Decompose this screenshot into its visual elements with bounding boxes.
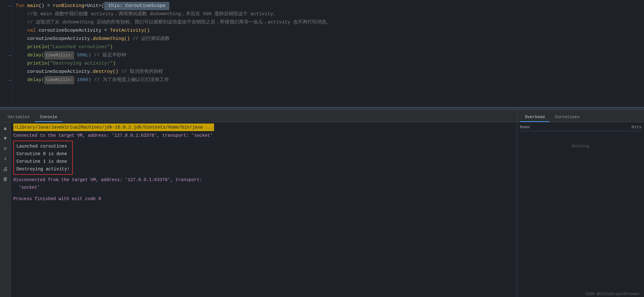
scope-hint: this: CoroutineScope	[104, 2, 169, 10]
nothing-label: Nothing	[520, 144, 641, 148]
paren-close2: )	[113, 60, 116, 68]
exit-text: Process finished with exit code 0	[13, 196, 101, 201]
java-path-line: /Library/Java/JavaVirtualMachines/jdk-16…	[13, 123, 515, 131]
code-line-5: coroutineScopeActivity. doSomething() //…	[16, 35, 641, 43]
status-bar: CSDN @ChinaDragonDreamer	[582, 291, 644, 297]
num-1000: 1000	[74, 76, 88, 84]
tab-console[interactable]: Console	[35, 113, 62, 122]
console-output: /Library/Java/JavaVirtualMachines/jdk-16…	[11, 122, 517, 297]
output-line-4: Destroying activity!	[16, 165, 70, 173]
arrow-blank-5	[0, 43, 12, 51]
code-line-3: // 这取消了从 doSomething 启动的所有协程。我们可以观察到这些是由…	[16, 18, 641, 27]
code-line-1: fun main () = runBlocking <Unit>{ this: …	[16, 2, 641, 10]
connected-line: Connected to the target VM, address: '12…	[13, 132, 515, 139]
fn-delay2: delay(	[16, 76, 44, 84]
col-name: Name	[520, 125, 616, 130]
kw-val: val	[16, 27, 39, 35]
fn-println1: println(	[16, 43, 50, 51]
bottom-panel: Variables Console ▲ ▼ ≡ ≛ 🖨 🗑	[0, 110, 644, 297]
table-header: Name Hits	[520, 123, 641, 131]
var-ref: coroutineScopeActivity.	[16, 35, 93, 43]
editor-area: → → → fun main () = runBlocking <Unit>{ …	[0, 0, 644, 108]
right-panel: Overhead Coroutines Name Hits Nothing	[517, 110, 644, 297]
comment-2: //在 main 函数中我们创建 activity，调用测试函数 doSomet…	[16, 10, 278, 18]
arrow-blank-2	[0, 18, 12, 27]
scroll-down-icon[interactable]: ▼	[2, 135, 9, 142]
exit-line: Process finished with exit code 0	[13, 195, 515, 203]
scroll-up-icon[interactable]: ▲	[2, 125, 9, 132]
fn-dosomething: doSomething()	[93, 35, 130, 43]
code-generic: <Unit>{	[84, 2, 104, 10]
output-line-1: Launched coroutines	[16, 142, 70, 150]
arrow-blank-6	[0, 60, 12, 68]
paren-close1: )	[110, 43, 113, 51]
num-500: 500L	[74, 51, 88, 60]
right-content: Name Hits Nothing	[517, 122, 644, 297]
pin-icon[interactable]: ≛	[2, 155, 9, 163]
left-tab-bar: Variables Console	[0, 110, 517, 122]
fn-main: main	[27, 2, 39, 10]
code-line-2: //在 main 函数中我们创建 activity，调用测试函数 doSomet…	[16, 10, 641, 18]
var-ref2: coroutineScopeActivity.	[16, 68, 93, 76]
comment-3: // 这取消了从 doSomething 启动的所有协程。我们可以观察到这些是由…	[16, 18, 331, 27]
console-area: ▲ ▼ ≡ ≛ 🖨 🗑 /Library/Java/JavaVirtualMac…	[0, 122, 517, 297]
print-icon[interactable]: 🖨	[2, 165, 9, 173]
panel-divider	[0, 108, 644, 110]
col-hits: Hits	[616, 125, 641, 130]
output-box: Launched coroutines Coroutine 0 is done …	[13, 141, 73, 175]
output-line-3: Coroutine 1 is done	[16, 158, 70, 165]
comment-5: // 运行测试函数	[130, 35, 170, 43]
arrow-blank-3	[0, 27, 12, 35]
code-line-10: delay( timeMillis: 1000 ) // 为了在视觉上确认它们没…	[16, 76, 641, 84]
fn-testactivity: TestActivity()	[110, 27, 150, 35]
comment-9: // 取消所有的协程	[118, 68, 163, 76]
csdn-label: CSDN @ChinaDragonDreamer	[585, 292, 640, 296]
output-line-2: Coroutine 0 is done	[16, 150, 70, 158]
left-panel: Variables Console ▲ ▼ ≡ ≛ 🖨 🗑	[0, 110, 517, 297]
disconnected-1: Disconnected from the target VM, address…	[13, 176, 515, 184]
param-timemillis1: timeMillis:	[44, 51, 74, 60]
tab-coroutines[interactable]: Coroutines	[550, 113, 584, 122]
str-launched: "Launched coroutines"	[50, 43, 110, 51]
fn-delay1: delay(	[16, 51, 44, 60]
fn-runblocking: runBlocking	[53, 2, 84, 10]
str-destroying: "Destroying activity!"	[50, 60, 113, 68]
fn-destroy: destroy()	[93, 68, 118, 76]
disconnected-2: 'socket'	[13, 184, 515, 191]
tab-overhead[interactable]: Overhead	[520, 113, 550, 122]
code-line-8: println( "Destroying activity!" )	[16, 60, 641, 68]
arrow-1: →	[0, 2, 12, 10]
code-line-6: println( "Launched coroutines" )	[16, 43, 641, 51]
java-path-text: /Library/Java/JavaVirtualMachines/jdk-16…	[13, 123, 214, 131]
clear-icon[interactable]: 🗑	[2, 175, 9, 183]
comment-7: ) // 延迟半秒钟	[88, 51, 126, 60]
kw-fun: fun	[16, 2, 27, 10]
filter-icon[interactable]: ≡	[2, 145, 9, 153]
arrow-blank-7	[0, 68, 12, 76]
disconnected-line: Disconnected from the target VM, address…	[13, 176, 515, 191]
param-timemillis2: timeMillis:	[44, 76, 74, 84]
arrow-2: →	[0, 51, 12, 60]
arrow-blank-1	[0, 10, 12, 18]
console-toolbar: ▲ ▼ ≡ ≛ 🖨 🗑	[0, 122, 11, 297]
code-line-4: val coroutineScopeActivity = TestActivit…	[16, 27, 641, 35]
comment-10: ) // 为了在视觉上确认它们没有工作	[88, 76, 169, 84]
code-line-7: delay( timeMillis: 500L ) // 延迟半秒钟	[16, 51, 641, 60]
fn-println2: println(	[16, 60, 50, 68]
code-parens: () =	[39, 2, 53, 10]
code-line-9: coroutineScopeActivity. destroy() // 取消所…	[16, 68, 641, 76]
connected-text: Connected to the target VM, address: '12…	[13, 133, 213, 138]
right-tab-bar: Overhead Coroutines	[517, 110, 644, 122]
tab-variables[interactable]: Variables	[3, 113, 35, 122]
var-name: coroutineScopeActivity =	[39, 27, 110, 35]
code-content: fun main () = runBlocking <Unit>{ this: …	[13, 0, 644, 107]
arrow-blank-4	[0, 35, 12, 43]
editor-gutter: → → →	[0, 0, 13, 107]
arrow-3: →	[0, 76, 12, 84]
